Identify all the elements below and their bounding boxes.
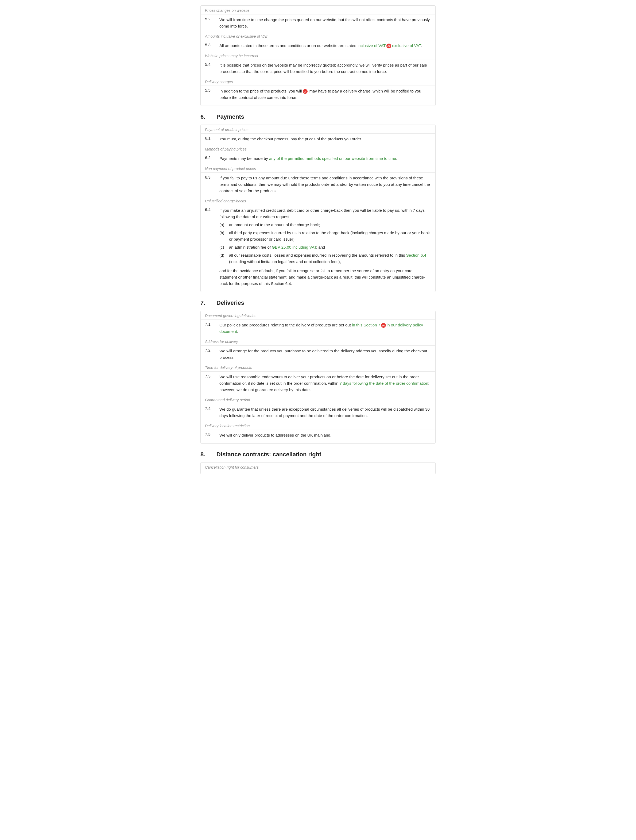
clause-number: 5.3	[201, 43, 219, 49]
sublist-item: (c) an administration fee of GBP 25.00 i…	[219, 244, 431, 251]
clause-row: 6.1 You must, during the checkout proces…	[201, 134, 435, 144]
clause-text: We will arrange for the products you pur…	[219, 348, 431, 361]
or-badge: or	[386, 44, 391, 48]
inline-link[interactable]: in this Section 7	[352, 323, 380, 327]
section-block: Payment of product prices 6.1 You must, …	[200, 125, 436, 292]
clause-row: 6.4 If you make an unjustified credit ca…	[201, 205, 435, 289]
clause-body: If you fail to pay to us any amount due …	[219, 176, 430, 193]
subsection-heading: Document governing deliveries	[201, 311, 435, 320]
inline-text: all our reasonable costs, losses and exp…	[229, 253, 406, 257]
sublist-item: (a) an amount equal to the amount of the…	[219, 222, 431, 228]
inline-text: Payments may be made by	[219, 156, 269, 161]
clause-row: 7.5 We will only deliver products to add…	[201, 430, 435, 441]
subsection-heading: Delivery location restriction	[201, 421, 435, 430]
section-title: Deliveries	[216, 299, 244, 306]
subsection-heading: Address for delivery	[201, 337, 435, 346]
inline-text: Our policies and procedures relating to …	[219, 323, 352, 327]
clause-row: 6.2 Payments may be made by any of the p…	[201, 153, 435, 164]
subsection-heading: Delivery charges	[201, 77, 435, 86]
clause-number: 7.5	[201, 432, 219, 439]
inline-link[interactable]: inclusive of VAT	[357, 43, 386, 48]
inline-text: .	[421, 43, 422, 48]
clause-row: 7.2 We will arrange for the products you…	[201, 346, 435, 363]
follow-text: and for the avoidance of doubt, if you f…	[219, 268, 431, 287]
sublist-item: (b) all third party expenses incurred by…	[219, 230, 431, 243]
clause-number: 7.4	[201, 406, 219, 419]
section-header: 7. Deliveries	[200, 299, 436, 308]
subsection-heading: Methods of paying prices	[201, 144, 435, 153]
clause-text: Our policies and procedures relating to …	[219, 322, 431, 335]
clause-text: You must, during the checkout process, p…	[219, 136, 431, 142]
clause-number: 6.1	[201, 136, 219, 142]
clause-text: We do guarantee that unless there are ex…	[219, 406, 431, 419]
inline-text: All amounts stated in these terms and co…	[219, 43, 357, 48]
clause-body: We do guarantee that unless there are ex…	[219, 407, 430, 418]
clause-number: 5.2	[201, 17, 219, 29]
section-block: Prices changes on website 5.2 We will fr…	[200, 5, 436, 106]
inline-link[interactable]: GBP 25.00 including VAT	[272, 245, 316, 249]
clause-number: 7.2	[201, 348, 219, 361]
clause-body: You must, during the checkout process, p…	[219, 137, 362, 141]
subsection-heading: Website prices may be incorrect	[201, 51, 435, 60]
inline-text: .	[237, 329, 238, 334]
or-badge: or	[303, 89, 308, 94]
inline-link[interactable]: 7 days following the date of the order c…	[339, 381, 428, 385]
subsection-heading: Non payment of product prices	[201, 164, 435, 173]
inline-text: In addition to the price of the products…	[219, 89, 296, 93]
clause-row: 5.3 All amounts stated in these terms an…	[201, 40, 435, 51]
clause-row: 7.1 Our policies and procedures relating…	[201, 320, 435, 337]
subsection-heading: Unjustified charge-backs	[201, 196, 435, 205]
subsection-heading: Guaranteed delivery period	[201, 395, 435, 404]
clause-row: 6.3 If you fail to pay to us any amount …	[201, 173, 435, 196]
clause-intro: If you make an unjustified credit card, …	[219, 208, 425, 219]
clause-number: 6.3	[201, 175, 219, 194]
clause-row: 5.4 It is possible that prices on the we…	[201, 60, 435, 77]
clause-text: We will only deliver products to address…	[219, 432, 431, 439]
clause-row: 7.4 We do guarantee that unless there ar…	[201, 404, 435, 421]
section-block: Cancellation right for consumers	[200, 462, 436, 474]
inline-text: .	[396, 156, 397, 161]
inline-link[interactable]: exclusive of VAT	[392, 43, 421, 48]
sublist-label: (b)	[219, 230, 227, 243]
section-block: Document governing deliveries 7.1 Our po…	[200, 311, 436, 444]
subsection-heading: Amounts inclusive or exclusive of VAT	[201, 32, 435, 40]
section-header: 8. Distance contracts: cancellation righ…	[200, 451, 436, 459]
clause-row: 5.5 In addition to the price of the prod…	[201, 86, 435, 103]
clause-text: If you fail to pay to us any amount due …	[219, 175, 431, 194]
subsection-heading: Payment of product prices	[201, 125, 435, 134]
sublist-label: (c)	[219, 244, 227, 251]
sublist-item: (d) all our reasonable costs, losses and…	[219, 252, 431, 265]
inline-text: an administration fee of	[229, 245, 272, 249]
section-number: 8.	[200, 451, 211, 458]
section-header: 6. Payments	[200, 114, 436, 122]
clause-body: It is possible that prices on the websit…	[219, 63, 427, 74]
clause-text: We will use reasonable endeavours to del…	[219, 374, 431, 393]
inline-link[interactable]: Section 6.4	[406, 253, 426, 257]
subsection-heading: Cancellation right for consumers	[201, 463, 435, 471]
clause-text: We will from time to time change the pri…	[219, 17, 431, 29]
subsection-heading: Prices changes on website	[201, 6, 435, 14]
clause-text: If you make an unjustified credit card, …	[219, 207, 431, 287]
clause-text: It is possible that prices on the websit…	[219, 62, 431, 75]
sublist-text: all third party expenses incurred by us …	[229, 231, 430, 242]
clause-number: 6.2	[201, 155, 219, 162]
section-number: 7.	[200, 299, 211, 306]
inline-text: (including without limitation legal fees…	[229, 259, 341, 264]
clause-number: 6.4	[201, 207, 219, 287]
clause-number: 7.3	[201, 374, 219, 393]
sublist-label: (a)	[219, 222, 227, 228]
sublist: (a) an amount equal to the amount of the…	[219, 222, 431, 265]
clause-text: All amounts stated in these terms and co…	[219, 43, 431, 49]
section-title: Payments	[216, 114, 244, 120]
sublist-content: an administration fee of GBP 25.00 inclu…	[229, 244, 325, 251]
inline-link[interactable]: any of the permitted methods specified o…	[269, 156, 396, 161]
clause-row: 5.2 We will from time to time change the…	[201, 14, 435, 32]
clause-number: 5.4	[201, 62, 219, 75]
sublist-content: all our reasonable costs, losses and exp…	[229, 252, 431, 265]
sublist-content: all third party expenses incurred by us …	[229, 230, 431, 243]
sublist-content: an amount equal to the amount of the cha…	[229, 222, 320, 228]
or-badge: or	[381, 323, 386, 328]
sublist-label: (d)	[219, 252, 227, 265]
clause-body: We will from time to time change the pri…	[219, 17, 430, 28]
section-title: Distance contracts: cancellation right	[216, 451, 321, 458]
